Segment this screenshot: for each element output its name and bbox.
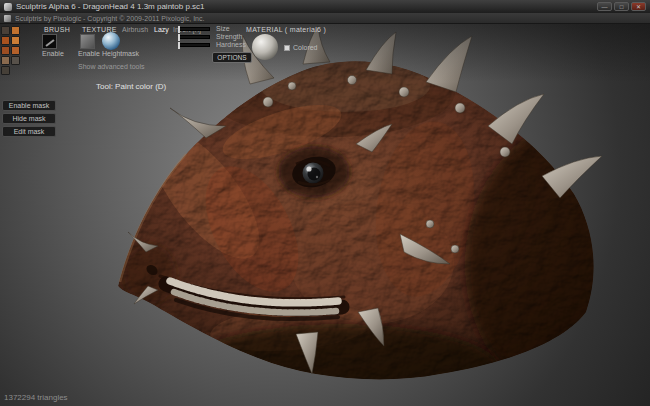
pixologic-logo-icon bbox=[4, 15, 11, 22]
heightmask-button[interactable]: Heightmask bbox=[102, 50, 139, 57]
strength-slider-label: Strength bbox=[216, 33, 242, 40]
brush-enable-button[interactable]: Enable bbox=[42, 50, 64, 57]
window-title: Sculptris Alpha 6 - DragonHead 4 1.3m pa… bbox=[16, 2, 593, 11]
tool-icon-pinch[interactable] bbox=[1, 46, 10, 55]
strength-slider[interactable] bbox=[178, 35, 210, 39]
credit-text: Sculptris by Pixologic - Copyright © 200… bbox=[15, 15, 204, 22]
tool-icon-select[interactable] bbox=[1, 26, 10, 35]
brush-section-label: BRUSH bbox=[44, 26, 70, 33]
hardness-slider[interactable] bbox=[178, 43, 210, 47]
options-button[interactable]: OPTIONS bbox=[212, 52, 252, 63]
colored-label: Colored bbox=[293, 44, 318, 51]
triangle-count: 1372294 triangles bbox=[4, 393, 68, 402]
tool-icon-grab[interactable] bbox=[11, 56, 20, 65]
airbrush-toggle[interactable]: Airbrush bbox=[122, 26, 148, 33]
hide-mask-button[interactable]: Hide mask bbox=[2, 113, 56, 124]
size-slider-label: Size bbox=[216, 25, 230, 32]
tool-icon-flatten[interactable] bbox=[11, 46, 20, 55]
material-sphere-icon[interactable] bbox=[252, 34, 278, 60]
maximize-button[interactable]: □ bbox=[614, 2, 629, 11]
tool-icon-inflate[interactable] bbox=[11, 36, 20, 45]
minimize-button[interactable]: — bbox=[597, 2, 612, 11]
active-tool-status: Tool: Paint color (D) bbox=[96, 82, 166, 91]
size-slider[interactable] bbox=[178, 27, 210, 31]
tool-icon-smooth[interactable] bbox=[1, 56, 10, 65]
dragon-head-surface bbox=[118, 47, 650, 406]
texture-preview-icon[interactable] bbox=[80, 34, 95, 49]
sculpt-tool-palette bbox=[1, 26, 22, 75]
brush-preview-icon[interactable] bbox=[42, 34, 57, 49]
texture-sphere-icon[interactable] bbox=[102, 32, 120, 50]
texture-enable-button[interactable]: Enable bbox=[78, 50, 100, 57]
app-window: Sculptris Alpha 6 - DragonHead 4 1.3m pa… bbox=[0, 0, 650, 406]
credit-bar: Sculptris by Pixologic - Copyright © 200… bbox=[0, 13, 650, 24]
tool-icon-draw[interactable] bbox=[11, 26, 20, 35]
titlebar[interactable]: Sculptris Alpha 6 - DragonHead 4 1.3m pa… bbox=[0, 0, 650, 13]
app-icon bbox=[4, 3, 12, 11]
lazy-toggle[interactable]: Lazy bbox=[154, 26, 169, 33]
material-section-label: MATERIAL ( material6 ) bbox=[246, 26, 326, 33]
tool-icon-crease[interactable] bbox=[1, 36, 10, 45]
hardness-slider-label: Hardness bbox=[216, 41, 246, 48]
colored-toggle[interactable]: Colored bbox=[284, 44, 318, 51]
show-advanced-tools-button[interactable]: Show advanced tools bbox=[78, 63, 145, 70]
enable-mask-button[interactable]: Enable mask bbox=[2, 100, 56, 111]
window-controls: — □ ✕ bbox=[597, 2, 646, 11]
close-button[interactable]: ✕ bbox=[631, 2, 646, 11]
tool-icon-reduce[interactable] bbox=[1, 66, 10, 75]
colored-checkbox-icon[interactable] bbox=[284, 45, 290, 51]
edit-mask-button[interactable]: Edit mask bbox=[2, 126, 56, 137]
